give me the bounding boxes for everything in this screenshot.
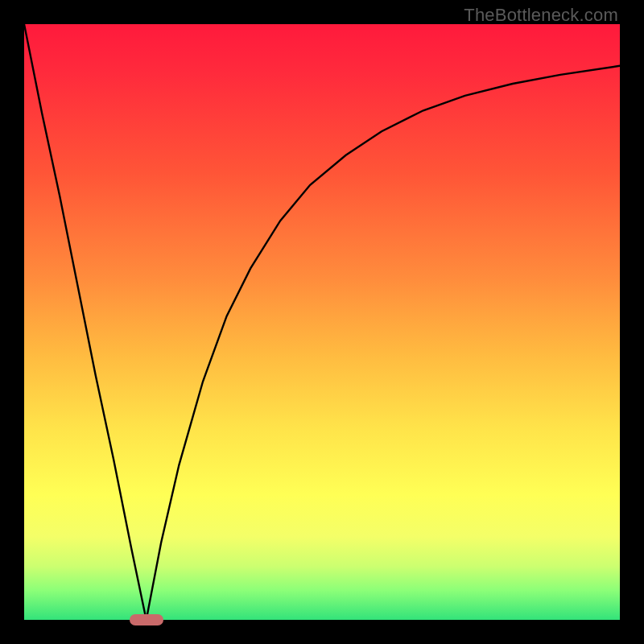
- watermark-text: TheBottleneck.com: [464, 5, 618, 26]
- bottleneck-marker: [130, 614, 163, 625]
- plot-area: [24, 24, 620, 620]
- curve-overlay: [24, 24, 620, 620]
- curve-right: [147, 66, 620, 620]
- chart-frame: TheBottleneck.com: [0, 0, 644, 644]
- curve-left: [24, 24, 147, 620]
